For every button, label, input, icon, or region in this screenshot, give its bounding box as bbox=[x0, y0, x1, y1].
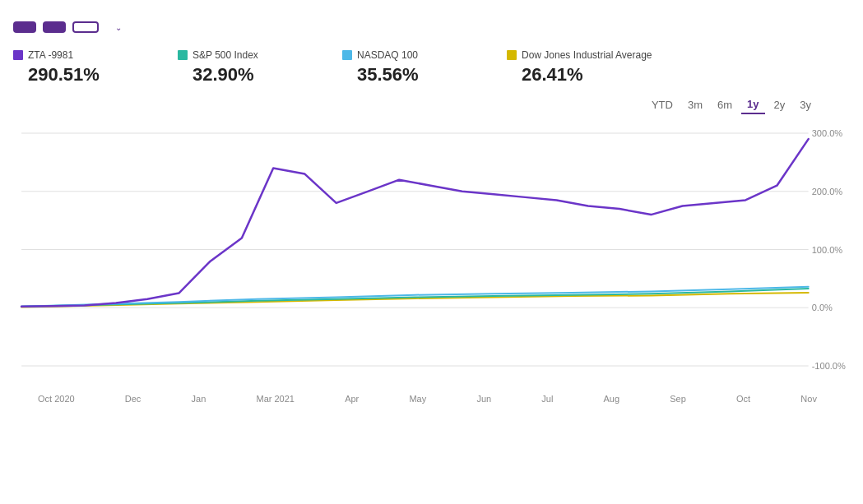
x-label: Sep bbox=[670, 394, 686, 404]
legend-pct-sp500: 32.90% bbox=[178, 64, 342, 86]
legend-pct-nasdaq100: 35.56% bbox=[342, 64, 507, 86]
svg-text:100.0%: 100.0% bbox=[812, 245, 843, 255]
dow-button[interactable] bbox=[13, 21, 36, 33]
legend-pct-dow: 26.41% bbox=[507, 64, 671, 86]
legend-row: ZTA -9981 290.51% S&P 500 Index 32.90% N… bbox=[13, 49, 850, 86]
legend-item-zta: ZTA -9981 290.51% bbox=[13, 49, 178, 86]
time-btn-ytd[interactable]: YTD bbox=[646, 96, 679, 113]
time-btn-2y[interactable]: 2y bbox=[768, 96, 791, 113]
x-label: Oct bbox=[736, 394, 750, 404]
chart-container: 300.0%200.0%100.0%0.0%-100.0% bbox=[13, 119, 850, 391]
legend-item-sp500: S&P 500 Index 32.90% bbox=[178, 49, 342, 86]
x-label: Aug bbox=[604, 394, 620, 404]
legend-label-dow: Dow Jones Industrial Average bbox=[522, 49, 652, 61]
x-label: Nov bbox=[800, 394, 817, 404]
time-range-row: YTD3m6m1y2y3y bbox=[13, 95, 850, 114]
svg-text:200.0%: 200.0% bbox=[812, 187, 843, 197]
show-other-button[interactable]: ⌄ bbox=[112, 23, 122, 32]
svg-text:-100.0%: -100.0% bbox=[812, 361, 846, 371]
legend-item-nasdaq100: NASDAQ 100 35.56% bbox=[342, 49, 507, 86]
x-label: Jan bbox=[192, 394, 206, 404]
legend-label-nasdaq100: NASDAQ 100 bbox=[357, 49, 418, 61]
x-axis-labels: Oct 2020DecJanMar 2021AprMayJunJulAugSep… bbox=[13, 391, 850, 404]
svg-text:300.0%: 300.0% bbox=[812, 128, 843, 138]
legend-dot-dow bbox=[507, 50, 517, 60]
benchmark-buttons-row: ⌄ bbox=[13, 21, 850, 33]
legend-label-zta: ZTA -9981 bbox=[28, 49, 73, 61]
legend-dot-zta bbox=[13, 50, 23, 60]
chevron-down-icon: ⌄ bbox=[115, 23, 122, 32]
x-label: Jul bbox=[541, 394, 553, 404]
legend-dot-nasdaq100 bbox=[342, 50, 352, 60]
legend-item-dow: Dow Jones Industrial Average 26.41% bbox=[507, 49, 671, 86]
legend-label-sp500: S&P 500 Index bbox=[193, 49, 258, 61]
x-label: Jun bbox=[476, 394, 491, 404]
legend-dot-sp500 bbox=[178, 50, 188, 60]
sp500-button[interactable] bbox=[43, 21, 66, 33]
x-label: Oct 2020 bbox=[38, 394, 75, 404]
x-label: May bbox=[409, 394, 426, 404]
x-label: Dec bbox=[125, 394, 142, 404]
nasdaq-button[interactable] bbox=[72, 21, 99, 33]
x-label: Apr bbox=[345, 394, 359, 404]
time-btn-6m[interactable]: 6m bbox=[712, 96, 738, 113]
svg-text:0.0%: 0.0% bbox=[812, 303, 833, 312]
legend-pct-zta: 290.51% bbox=[13, 64, 178, 86]
x-label: Mar 2021 bbox=[256, 394, 294, 404]
time-btn-3y[interactable]: 3y bbox=[794, 96, 817, 113]
time-btn-3m[interactable]: 3m bbox=[682, 96, 708, 113]
time-btn-1y[interactable]: 1y bbox=[741, 95, 764, 114]
